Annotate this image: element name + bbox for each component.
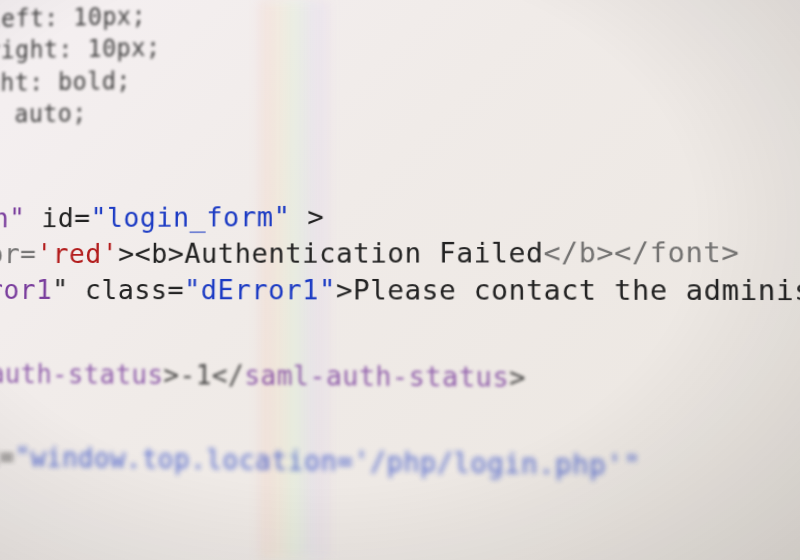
attr-name: onclick=: [0, 440, 15, 472]
text: ><b>: [118, 238, 184, 269]
attr-value: "dError1": [184, 274, 336, 306]
code-line: "login" id="login_form" >: [0, 195, 800, 236]
text: Authentication Failed: [184, 237, 543, 269]
attr-name: id=: [25, 202, 91, 233]
attr-value: 'red': [36, 238, 118, 269]
code-line: t color='red'><b>Authentication Failed</…: [0, 233, 800, 272]
angle-bracket: </: [212, 360, 245, 391]
text: >: [290, 200, 324, 232]
tag-name: saml-auth-status: [244, 360, 509, 393]
code-line: ="dError1" class="dError1">Please contac…: [0, 272, 800, 311]
angle-bracket: >: [163, 360, 179, 391]
text: " class=: [52, 274, 184, 305]
code-photo: ing-left: 10px; ing-right: 10px; -weight…: [0, 0, 800, 560]
code-line: <saml-auth-status>-1</saml-auth-status>: [0, 356, 800, 399]
angle-bracket: >: [509, 362, 526, 393]
string-fragment: "login": [0, 202, 26, 233]
attr-value: "window.top.location='/php/login.php'": [15, 442, 641, 481]
text: t color=: [0, 238, 37, 269]
text: -1: [179, 360, 211, 391]
attr-value: "login_form": [90, 200, 290, 232]
class-name: dError1: [0, 274, 52, 305]
tag-name: saml-auth-status: [0, 358, 164, 390]
text: </b></font>: [543, 236, 739, 269]
text: >Please contact the administrator: [336, 274, 800, 307]
